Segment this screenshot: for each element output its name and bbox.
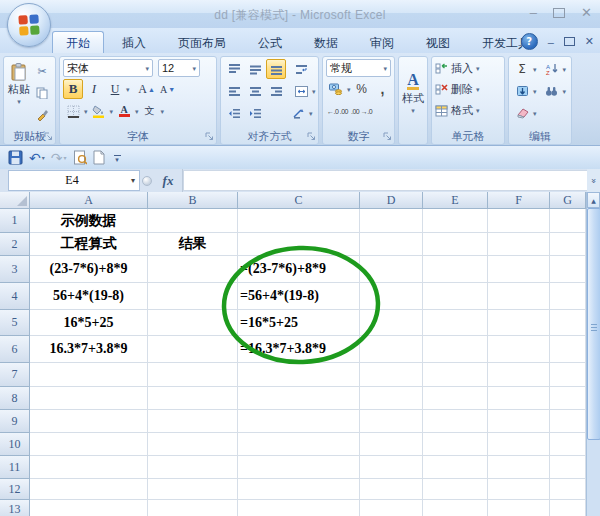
cell-D7[interactable]: [360, 363, 423, 387]
column-header-A[interactable]: A: [30, 192, 148, 209]
grow-font-button[interactable]: A ▲: [137, 79, 157, 99]
cell-D3[interactable]: [360, 256, 423, 283]
align-top-button[interactable]: [224, 59, 244, 79]
cell-B3[interactable]: [148, 256, 238, 283]
cell-B4[interactable]: [148, 283, 238, 310]
cell-G2[interactable]: [550, 233, 586, 256]
undo-dropdown-icon[interactable]: ▾: [42, 155, 45, 161]
cell-E11[interactable]: [423, 456, 488, 479]
cell-D5[interactable]: [360, 310, 423, 336]
cell-A11[interactable]: [30, 456, 148, 479]
row-header-5[interactable]: 5: [0, 310, 30, 336]
row-header-7[interactable]: 7: [0, 363, 30, 387]
bold-button[interactable]: B: [63, 79, 83, 99]
cell-C3[interactable]: =(23-7*6)+8*9: [238, 256, 360, 283]
decrease-indent-button[interactable]: [224, 103, 244, 123]
cell-F3[interactable]: [488, 256, 550, 283]
accounting-format-button[interactable]: [326, 79, 346, 99]
cell-C8[interactable]: [238, 387, 360, 410]
cell-A6[interactable]: 16.3*7+3.8*9: [30, 336, 148, 363]
scrollbar-thumb[interactable]: [587, 208, 600, 440]
cell-C13[interactable]: [238, 500, 360, 516]
tab-data[interactable]: 数据: [300, 31, 352, 53]
sort-dropdown-icon[interactable]: ▾: [563, 66, 567, 73]
maximize-button[interactable]: [553, 8, 565, 18]
cut-button[interactable]: ✂: [32, 61, 52, 81]
format-painter-button[interactable]: [32, 105, 52, 125]
print-preview-button[interactable]: [73, 150, 87, 165]
cell-F10[interactable]: [488, 433, 550, 456]
cell-E8[interactable]: [423, 387, 488, 410]
align-right-button[interactable]: [266, 81, 286, 101]
underline-button[interactable]: U: [105, 79, 125, 99]
row-header-10[interactable]: 10: [0, 433, 30, 456]
qat-customize-button[interactable]: ▾: [111, 151, 124, 164]
cell-A1[interactable]: 示例数据: [30, 209, 148, 233]
cell-D1[interactable]: [360, 209, 423, 233]
cell-E3[interactable]: [423, 256, 488, 283]
row-header-9[interactable]: 9: [0, 410, 30, 433]
font-color-button[interactable]: A: [114, 101, 134, 121]
fill-color-dropdown-icon[interactable]: ▾: [110, 108, 114, 115]
cell-G11[interactable]: [550, 456, 586, 479]
row-header-4[interactable]: 4: [0, 283, 30, 310]
cell-G8[interactable]: [550, 387, 586, 410]
cell-E12[interactable]: [423, 479, 488, 500]
redo-button[interactable]: ↷ ▾: [51, 150, 67, 166]
save-button[interactable]: [8, 150, 23, 165]
cell-F1[interactable]: [488, 209, 550, 233]
cell-B7[interactable]: [148, 363, 238, 387]
formula-bar-gripper[interactable]: [140, 169, 154, 192]
find-select-button[interactable]: [542, 81, 562, 101]
font-dialog-launcher[interactable]: [205, 132, 214, 141]
cell-A3[interactable]: (23-7*6)+8*9: [30, 256, 148, 283]
undo-button[interactable]: ↶ ▾: [29, 150, 45, 166]
cell-E4[interactable]: [423, 283, 488, 310]
cell-G13[interactable]: [550, 500, 586, 516]
number-format-combo[interactable]: 常规 ▾: [326, 59, 391, 77]
column-header-C[interactable]: C: [238, 192, 360, 209]
column-header-F[interactable]: F: [488, 192, 550, 209]
phonetic-dropdown-icon[interactable]: ▾: [161, 108, 165, 115]
vertical-scrollbar[interactable]: ▲: [586, 192, 600, 516]
cell-G12[interactable]: [550, 479, 586, 500]
sort-filter-button[interactable]: A Z: [542, 59, 562, 79]
cell-D2[interactable]: [360, 233, 423, 256]
row-header-8[interactable]: 8: [0, 387, 30, 410]
cell-A10[interactable]: [30, 433, 148, 456]
cell-E7[interactable]: [423, 363, 488, 387]
cell-G5[interactable]: [550, 310, 586, 336]
name-box[interactable]: E4 ▾: [8, 170, 140, 191]
cell-F7[interactable]: [488, 363, 550, 387]
font-color-dropdown-icon[interactable]: ▾: [135, 108, 139, 115]
column-header-D[interactable]: D: [360, 192, 423, 209]
cell-F11[interactable]: [488, 456, 550, 479]
autosum-button[interactable]: Σ: [512, 59, 532, 79]
cell-D9[interactable]: [360, 410, 423, 433]
column-header-E[interactable]: E: [423, 192, 488, 209]
accounting-dropdown-icon[interactable]: ▾: [347, 86, 351, 93]
column-header-G[interactable]: G: [550, 192, 586, 209]
cell-D8[interactable]: [360, 387, 423, 410]
cell-G10[interactable]: [550, 433, 586, 456]
tab-formulas[interactable]: 公式: [244, 31, 296, 53]
percent-button[interactable]: %: [352, 79, 372, 99]
wrap-text-button[interactable]: [291, 59, 311, 79]
cell-F2[interactable]: [488, 233, 550, 256]
cell-A5[interactable]: 16*5+25: [30, 310, 148, 336]
tab-page-layout[interactable]: 页面布局: [164, 31, 240, 53]
cell-F12[interactable]: [488, 479, 550, 500]
merge-center-button[interactable]: [291, 81, 311, 101]
border-button[interactable]: [63, 101, 83, 121]
name-box-dropdown-icon[interactable]: ▾: [131, 176, 135, 185]
row-header-12[interactable]: 12: [0, 479, 30, 500]
cell-B1[interactable]: [148, 209, 238, 233]
border-dropdown-icon[interactable]: ▾: [84, 108, 88, 115]
cell-B11[interactable]: [148, 456, 238, 479]
align-bottom-button[interactable]: [266, 59, 286, 79]
shrink-font-button[interactable]: A ▼: [158, 79, 178, 99]
font-name-combo[interactable]: 宋体 ▾: [63, 59, 153, 77]
alignment-dialog-launcher[interactable]: [307, 132, 316, 141]
increase-indent-button[interactable]: [245, 103, 265, 123]
clipboard-dialog-launcher[interactable]: [44, 132, 53, 141]
